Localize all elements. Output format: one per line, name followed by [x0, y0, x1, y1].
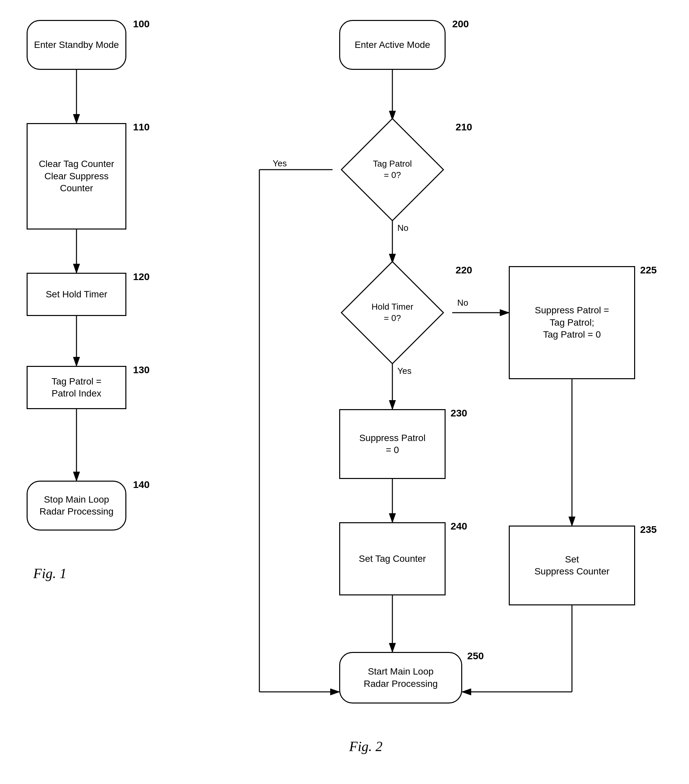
ref-220: 220 [455, 264, 472, 276]
node-100: Enter Standby Mode [26, 20, 127, 70]
node-130: Tag Patrol =Patrol Index [26, 366, 127, 409]
ref-210: 210 [455, 122, 472, 133]
ref-230: 230 [451, 407, 467, 419]
node-140: Stop Main LoopRadar Processing [26, 481, 127, 530]
node-120: Set Hold Timer [26, 273, 127, 316]
ref-235: 235 [640, 524, 657, 535]
node-250: Start Main LoopRadar Processing [339, 652, 462, 703]
node-235: SetSuppress Counter [509, 525, 635, 605]
node-240: Set Tag Counter [339, 522, 446, 595]
ref-110: 110 [133, 122, 150, 133]
ref-100: 100 [133, 18, 150, 30]
fig2-label: Fig. 2 [349, 738, 382, 754]
label-no-210: No [397, 223, 408, 233]
ref-240: 240 [451, 520, 467, 532]
label-no-220: No [457, 298, 468, 308]
node-225: Suppress Patrol =Tag Patrol;Tag Patrol =… [509, 266, 635, 379]
node-200: Enter Active Mode [339, 20, 446, 70]
ref-225: 225 [640, 264, 657, 276]
ref-120: 120 [133, 271, 150, 282]
diagram-container: Enter Standby Mode 100 Clear Tag Counter… [0, 0, 689, 784]
ref-140: 140 [133, 479, 150, 490]
label-yes-210: Yes [273, 158, 287, 169]
node-110: Clear Tag CounterClear SuppressCounter [26, 123, 127, 229]
ref-200: 200 [452, 18, 469, 30]
ref-250: 250 [467, 650, 484, 662]
label-yes-220: Yes [397, 366, 411, 376]
ref-130: 130 [133, 364, 150, 376]
node-210: Tag Patrol= 0? [332, 120, 452, 219]
node-220: Hold Timer= 0? [332, 263, 452, 362]
node-230: Suppress Patrol= 0 [339, 409, 446, 479]
fig1-label: Fig. 1 [33, 565, 66, 581]
